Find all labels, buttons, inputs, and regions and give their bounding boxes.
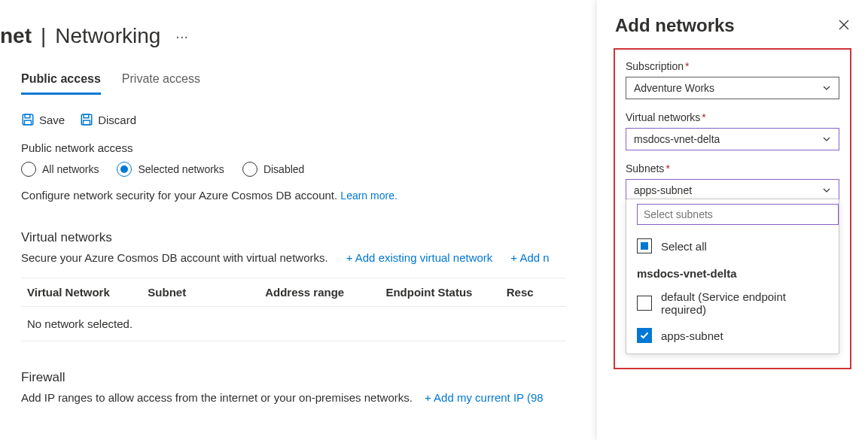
chevron-down-icon (822, 135, 831, 144)
table-header-resource: Resc (507, 286, 560, 299)
discard-label: Discard (98, 114, 136, 126)
public-network-access-label: Public network access (21, 141, 566, 154)
radio-selected-networks[interactable]: Selected networks (117, 162, 224, 177)
subscription-value: Adventure Works (634, 82, 714, 94)
checkbox-indeterminate-icon (637, 238, 652, 253)
add-networks-panel: Add networks Subscription* Adventure Wor… (597, 0, 868, 440)
subnets-value: apps-subnet (634, 184, 692, 196)
more-menu-icon[interactable]: ··· (175, 28, 188, 45)
subnet-option-apps[interactable]: apps-subnet (626, 322, 839, 349)
add-current-ip-link[interactable]: + Add my current IP (98 (425, 391, 544, 404)
svg-rect-4 (84, 114, 89, 118)
checkbox-unchecked-icon (637, 296, 652, 311)
subnets-dropdown-popup: Select all msdocs-vnet-delta default (Se… (626, 199, 839, 354)
firewall-heading: Firewall (21, 370, 566, 385)
tab-public-access[interactable]: Public access (21, 66, 101, 95)
subnet-search-input[interactable] (637, 204, 839, 225)
subnet-option-default[interactable]: default (Service endpoint required) (626, 284, 839, 322)
virtual-networks-description: Secure your Azure Cosmos DB account with… (21, 251, 328, 264)
radio-all-networks[interactable]: All networks (21, 162, 99, 177)
network-security-description: Configure network security for your Azur… (21, 189, 340, 202)
panel-title: Add networks (615, 15, 735, 36)
table-header-vnet: Virtual Network (27, 286, 148, 299)
save-button[interactable]: Save (21, 113, 65, 126)
svg-rect-2 (25, 120, 32, 125)
add-new-vnet-link[interactable]: + Add n (510, 251, 549, 264)
table-header-endpoint: Endpoint Status (385, 286, 506, 299)
discard-button[interactable]: Discard (80, 113, 136, 126)
tab-private-access[interactable]: Private access (122, 66, 200, 95)
radio-disabled[interactable]: Disabled (242, 162, 304, 177)
select-all-label: Select all (661, 240, 707, 253)
table-header-subnet: Subnet (148, 286, 265, 299)
vnet-label: Virtual networks* (626, 111, 839, 123)
table-header-address: Address range (265, 286, 385, 299)
save-icon (21, 113, 35, 126)
subscription-label: Subscription* (626, 60, 839, 72)
subnet-group-label: msdocs-vnet-delta (626, 259, 839, 284)
firewall-description: Add IP ranges to allow access from the i… (21, 391, 413, 404)
page-title-separator: | (41, 24, 46, 48)
close-icon (838, 19, 850, 31)
page-title-prefix: net (0, 24, 32, 48)
page-title: Networking (55, 24, 160, 48)
radio-disabled-label: Disabled (263, 163, 304, 175)
checkbox-checked-icon (637, 328, 652, 343)
subscription-dropdown[interactable]: Adventure Works (626, 77, 839, 99)
svg-rect-1 (25, 114, 30, 118)
close-button[interactable] (838, 19, 850, 33)
subnets-label: Subnets* (626, 162, 839, 174)
chevron-down-icon (822, 186, 831, 195)
virtual-networks-heading: Virtual networks (21, 230, 566, 245)
radio-selected-networks-label: Selected networks (138, 163, 224, 175)
vnet-value: msdocs-vnet-delta (634, 133, 720, 145)
save-label: Save (39, 114, 65, 126)
highlighted-form-area: Subscription* Adventure Works Virtual ne… (614, 48, 851, 369)
add-existing-vnet-link[interactable]: + Add existing virtual network (346, 251, 493, 264)
svg-rect-5 (84, 120, 90, 125)
radio-all-networks-label: All networks (42, 163, 99, 175)
select-all-row[interactable]: Select all (626, 232, 839, 259)
chevron-down-icon (822, 83, 831, 93)
subnet-apps-label: apps-subnet (661, 329, 723, 342)
discard-icon (80, 113, 93, 126)
vnet-dropdown[interactable]: msdocs-vnet-delta (626, 128, 839, 150)
subnet-default-label: default (Service endpoint required) (661, 290, 828, 316)
table-empty-row: No network selected. (21, 306, 566, 341)
learn-more-link[interactable]: Learn more. (340, 190, 397, 202)
